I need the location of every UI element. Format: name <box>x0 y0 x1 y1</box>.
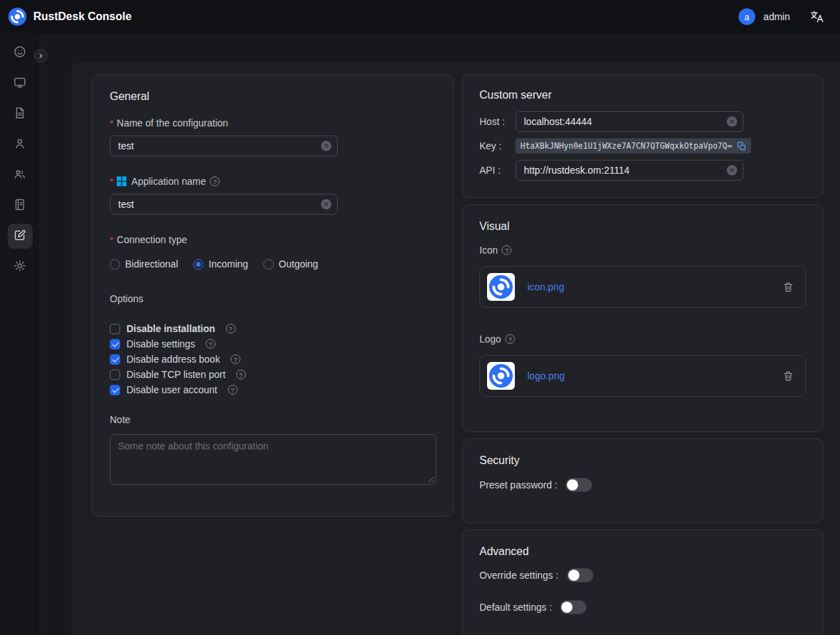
default-settings-label: Default settings : <box>479 602 552 613</box>
icon-thumbnail <box>487 273 515 301</box>
override-settings-toggle[interactable] <box>567 568 593 582</box>
host-input[interactable] <box>516 111 743 132</box>
help-icon[interactable] <box>210 176 220 186</box>
radio-dot <box>193 259 204 270</box>
brand: RustDesk Console <box>8 8 131 26</box>
advanced-title: Advanced <box>479 545 806 558</box>
sidebar-item-status[interactable] <box>8 40 33 65</box>
clear-icon[interactable] <box>321 141 331 151</box>
checkbox[interactable] <box>110 354 120 365</box>
sidebar-item-documents[interactable] <box>8 101 33 126</box>
note-label: Note <box>110 414 435 427</box>
chevron-right-icon <box>38 51 44 61</box>
sidebar-expand-button[interactable] <box>34 49 47 63</box>
preset-password-label: Preset password : <box>479 479 557 490</box>
gear-icon <box>13 259 26 274</box>
override-settings-label: Override settings : <box>479 570 559 581</box>
server-key-value[interactable]: HtaXBkJNHyn0e1U1jWXze7A7CN7QTGWqxkOtpaVp… <box>516 138 751 154</box>
logo-label: Logo <box>479 333 806 345</box>
checkbox[interactable] <box>110 339 120 349</box>
logo-file-row: logo.png <box>479 355 806 397</box>
note-field <box>110 434 436 485</box>
topbar-right: a admin <box>739 8 825 25</box>
clear-icon[interactable] <box>727 117 737 127</box>
option-disable-address-book[interactable]: Disable address book <box>110 353 435 365</box>
radio-incoming[interactable]: Incoming <box>193 258 248 270</box>
api-label: API : <box>479 165 516 176</box>
clear-icon[interactable] <box>321 199 331 210</box>
sidebar-item-devices[interactable] <box>8 71 33 96</box>
status-smile-icon <box>13 45 26 60</box>
general-card: General Name of the configuration Applic… <box>91 74 454 517</box>
logo-file-link[interactable]: logo.png <box>527 370 770 381</box>
security-card: Security Preset password : <box>462 438 823 523</box>
sidebar <box>0 33 40 635</box>
trash-icon[interactable] <box>782 281 794 293</box>
checkbox[interactable] <box>110 324 120 334</box>
windows-icon <box>117 176 126 186</box>
note-textarea[interactable] <box>110 434 436 485</box>
checkbox[interactable] <box>110 385 120 395</box>
edit-square-icon <box>13 229 26 244</box>
groups-icon <box>13 167 26 183</box>
option-disable-tcp-listen-port[interactable]: Disable TCP listen port <box>110 368 435 381</box>
icon-label: Icon <box>479 244 806 256</box>
sidebar-item-custom-client[interactable] <box>8 224 33 249</box>
option-disable-settings[interactable]: Disable settings <box>110 338 435 350</box>
config-name-label: Name of the configuration <box>110 117 435 129</box>
sidebar-item-users[interactable] <box>8 132 33 157</box>
copy-icon[interactable] <box>737 142 746 151</box>
radio-outgoing[interactable]: Outgoing <box>263 258 318 270</box>
config-name-input[interactable] <box>110 135 338 156</box>
option-disable-user-account[interactable]: Disable user account <box>110 384 435 396</box>
host-field <box>516 111 743 132</box>
required-asterisk <box>110 176 117 187</box>
api-input[interactable] <box>516 160 743 181</box>
trash-icon[interactable] <box>782 370 794 382</box>
translate-icon[interactable] <box>809 9 825 24</box>
icon-file-row: icon.png <box>479 266 806 308</box>
application-name-input[interactable] <box>110 194 338 215</box>
radio-dot <box>110 259 120 270</box>
default-settings-toggle[interactable] <box>560 600 586 614</box>
help-icon[interactable] <box>226 324 236 333</box>
radio-bidirectional[interactable]: Bidirectional <box>110 258 178 270</box>
application-name-field <box>110 194 338 215</box>
security-title: Security <box>479 454 806 467</box>
key-row: Key : HtaXBkJNHyn0e1U1jWXze7A7CN7QTGWqxk… <box>479 135 806 156</box>
connection-type-radios: Bidirectional Incoming Outgoing <box>110 258 435 270</box>
help-icon[interactable] <box>231 354 240 364</box>
help-icon[interactable] <box>206 339 215 349</box>
help-icon[interactable] <box>236 370 246 379</box>
advanced-card: Advanced Override settings : Default set… <box>462 529 823 635</box>
app-title: RustDesk Console <box>33 10 131 23</box>
clear-icon[interactable] <box>727 165 737 176</box>
username[interactable]: admin <box>764 11 790 22</box>
radio-dot <box>263 259 274 270</box>
application-name-label: Application name <box>110 175 435 188</box>
custom-server-card: Custom server Host : Key : HtaXBkJNHyn0e… <box>462 74 823 198</box>
connection-type-label: Connection type <box>110 233 435 246</box>
options-label: Options <box>110 293 435 306</box>
sidebar-item-settings[interactable] <box>8 254 33 279</box>
api-row: API : <box>479 160 806 181</box>
host-row: Host : <box>479 111 806 132</box>
help-icon[interactable] <box>502 245 511 255</box>
visual-title: Visual <box>479 220 806 233</box>
config-name-field <box>110 135 338 156</box>
application-name-text: Application name <box>131 176 206 187</box>
help-icon[interactable] <box>505 334 515 344</box>
preset-password-toggle[interactable] <box>566 478 592 492</box>
main-panel: General Name of the configuration Applic… <box>72 63 840 635</box>
checkbox[interactable] <box>110 370 120 380</box>
logo-thumbnail <box>487 362 515 390</box>
user-icon <box>13 137 26 152</box>
devices-monitor-icon <box>13 76 26 91</box>
sidebar-item-address-book[interactable] <box>8 193 33 218</box>
visual-card: Visual Icon icon.png Logo <box>462 204 823 432</box>
option-disable-installation[interactable]: Disable installation <box>110 322 435 335</box>
icon-file-link[interactable]: icon.png <box>527 281 770 292</box>
avatar[interactable]: a <box>739 8 755 25</box>
help-icon[interactable] <box>228 385 238 395</box>
sidebar-item-groups[interactable] <box>8 163 33 188</box>
